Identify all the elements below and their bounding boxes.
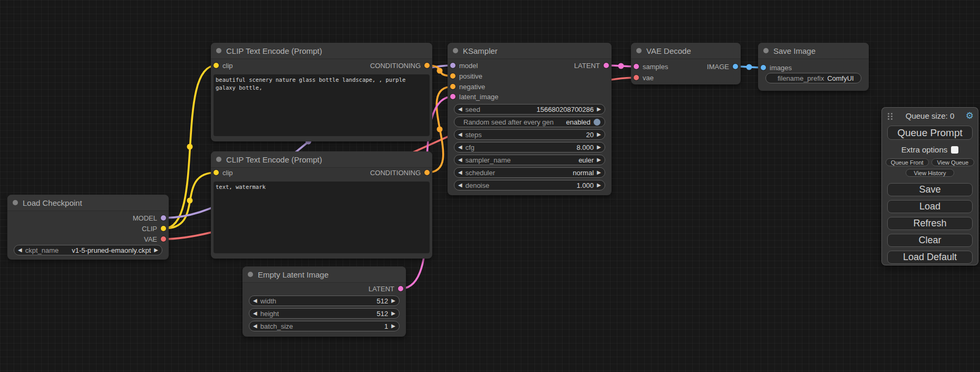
increment-arrow-icon[interactable]: [391, 311, 395, 316]
denoise-widget[interactable]: denoise 1.000: [454, 180, 605, 190]
height-widget[interactable]: height 512: [249, 308, 400, 319]
output-slot-image[interactable]: IMAGE: [707, 61, 738, 72]
clear-button[interactable]: Clear: [887, 234, 973, 247]
input-slot-images[interactable]: images: [761, 62, 792, 73]
collapse-dot-icon[interactable]: [248, 272, 253, 277]
output-slot-latent[interactable]: LATENT: [574, 60, 609, 71]
input-slot-positive[interactable]: positive: [450, 71, 482, 81]
model-slot-dot[interactable]: [450, 63, 455, 68]
output-slot-conditioning[interactable]: CONDITIONING: [370, 167, 430, 178]
decrement-arrow-icon[interactable]: [458, 157, 462, 163]
decrement-arrow-icon[interactable]: [458, 145, 462, 150]
random-seed-toggle-widget[interactable]: Random seed after every gen enabled: [454, 117, 605, 127]
input-slot-latent-image[interactable]: latent_image: [450, 91, 498, 102]
decrement-arrow-icon[interactable]: [253, 298, 257, 303]
node-clip-text-encode-positive[interactable]: CLIP Text Encode (Prompt) clip CONDITION…: [211, 43, 432, 141]
extra-options-checkbox[interactable]: [951, 146, 958, 154]
increment-arrow-icon[interactable]: [391, 298, 395, 303]
increment-arrow-icon[interactable]: [391, 323, 395, 329]
input-slot-clip[interactable]: clip: [214, 167, 233, 178]
vae-slot-dot[interactable]: [161, 236, 166, 242]
scheduler-widget[interactable]: scheduler normal: [454, 167, 605, 178]
drag-handle-icon[interactable]: [888, 113, 889, 115]
increment-arrow-icon[interactable]: [597, 157, 601, 163]
collapse-dot-icon[interactable]: [636, 48, 642, 53]
sampler-name-widget[interactable]: sampler_name euler: [454, 155, 605, 165]
clip-slot-dot[interactable]: [214, 63, 219, 68]
decrement-arrow-icon[interactable]: [458, 107, 462, 112]
node-titlebar[interactable]: Load Checkpoint: [7, 195, 169, 211]
increment-arrow-icon[interactable]: [597, 145, 601, 150]
input-slot-vae[interactable]: vae: [634, 72, 654, 83]
decrement-arrow-icon[interactable]: [253, 323, 257, 329]
input-slot-clip[interactable]: clip: [214, 60, 233, 71]
node-clip-text-encode-negative[interactable]: CLIP Text Encode (Prompt) clip CONDITION…: [211, 151, 432, 259]
node-vae-decode[interactable]: VAE Decode samples vae IMAGE: [631, 43, 741, 84]
queue-front-button[interactable]: Queue Front: [886, 158, 929, 166]
view-queue-button[interactable]: View Queue: [932, 158, 975, 166]
conditioning-slot-dot[interactable]: [450, 73, 455, 79]
positive-prompt-textarea[interactable]: beautiful scenery nature glass bottle la…: [214, 74, 430, 136]
batch-size-widget[interactable]: batch_size 1: [249, 321, 400, 331]
node-titlebar[interactable]: CLIP Text Encode (Prompt): [211, 43, 432, 59]
conditioning-slot-dot[interactable]: [424, 63, 430, 68]
decrement-arrow-icon[interactable]: [18, 247, 22, 253]
input-slot-model[interactable]: model: [450, 60, 478, 71]
comfyui-canvas[interactable]: { "colors": { "model": "#b39ddb", "clip"…: [0, 0, 980, 372]
output-slot-latent[interactable]: LATENT: [368, 283, 403, 294]
decrement-arrow-icon[interactable]: [458, 170, 462, 175]
negative-prompt-textarea[interactable]: text, watermark: [214, 182, 430, 253]
latent-slot-dot[interactable]: [450, 94, 455, 99]
steps-widget[interactable]: steps 20: [454, 129, 605, 140]
decrement-arrow-icon[interactable]: [458, 183, 462, 188]
collapse-dot-icon[interactable]: [13, 200, 18, 205]
output-slot-vae[interactable]: VAE: [144, 234, 166, 244]
node-titlebar[interactable]: CLIP Text Encode (Prompt): [211, 151, 432, 168]
image-slot-dot[interactable]: [733, 64, 738, 69]
refresh-button[interactable]: Refresh: [887, 217, 973, 230]
latent-slot-dot[interactable]: [604, 63, 609, 68]
node-titlebar[interactable]: VAE Decode: [631, 43, 741, 59]
ckpt-name-widget[interactable]: ckpt_name v1-5-pruned-emaonly.ckpt: [14, 245, 162, 255]
clip-slot-dot[interactable]: [214, 170, 219, 175]
decrement-arrow-icon[interactable]: [458, 132, 462, 137]
node-empty-latent-image[interactable]: Empty Latent Image LATENT width 512 heig…: [242, 266, 406, 337]
load-button[interactable]: Load: [887, 200, 973, 213]
settings-gear-icon[interactable]: [966, 110, 974, 121]
node-load-checkpoint[interactable]: Load Checkpoint MODEL CLIP VAE ckpt_name…: [7, 195, 169, 260]
input-slot-negative[interactable]: negative: [450, 81, 485, 92]
output-slot-clip[interactable]: CLIP: [142, 223, 166, 234]
node-titlebar[interactable]: Empty Latent Image: [242, 266, 406, 283]
conditioning-slot-dot[interactable]: [424, 170, 430, 175]
input-slot-samples[interactable]: samples: [634, 61, 668, 72]
seed-widget[interactable]: seed 156680208700286: [454, 104, 605, 115]
node-save-image[interactable]: Save Image images filename_prefix ComfyU…: [758, 43, 869, 91]
node-titlebar[interactable]: Save Image: [758, 43, 869, 59]
filename-prefix-widget[interactable]: filename_prefix ComfyUI: [765, 73, 861, 83]
latent-slot-dot[interactable]: [398, 286, 403, 291]
load-default-button[interactable]: Load Default: [887, 251, 973, 264]
increment-arrow-icon[interactable]: [154, 247, 158, 253]
save-button[interactable]: Save: [887, 183, 973, 196]
model-slot-dot[interactable]: [161, 215, 166, 221]
clip-slot-dot[interactable]: [161, 226, 166, 231]
view-history-button[interactable]: View History: [906, 169, 954, 177]
collapse-dot-icon[interactable]: [216, 157, 221, 162]
increment-arrow-icon[interactable]: [597, 107, 601, 112]
collapse-dot-icon[interactable]: [216, 48, 221, 53]
increment-arrow-icon[interactable]: [597, 132, 601, 137]
image-slot-dot[interactable]: [761, 65, 766, 70]
increment-arrow-icon[interactable]: [597, 183, 601, 188]
collapse-dot-icon[interactable]: [453, 48, 458, 53]
vae-slot-dot[interactable]: [634, 75, 639, 80]
node-titlebar[interactable]: KSampler: [448, 43, 612, 59]
conditioning-slot-dot[interactable]: [450, 84, 455, 89]
increment-arrow-icon[interactable]: [597, 170, 601, 175]
queue-prompt-button[interactable]: Queue Prompt: [887, 126, 973, 140]
toggle-knob-icon[interactable]: [594, 119, 600, 126]
latent-slot-dot[interactable]: [634, 64, 639, 69]
decrement-arrow-icon[interactable]: [253, 311, 257, 316]
output-slot-conditioning[interactable]: CONDITIONING: [370, 60, 430, 71]
output-slot-model[interactable]: MODEL: [133, 213, 166, 223]
collapse-dot-icon[interactable]: [763, 48, 769, 53]
